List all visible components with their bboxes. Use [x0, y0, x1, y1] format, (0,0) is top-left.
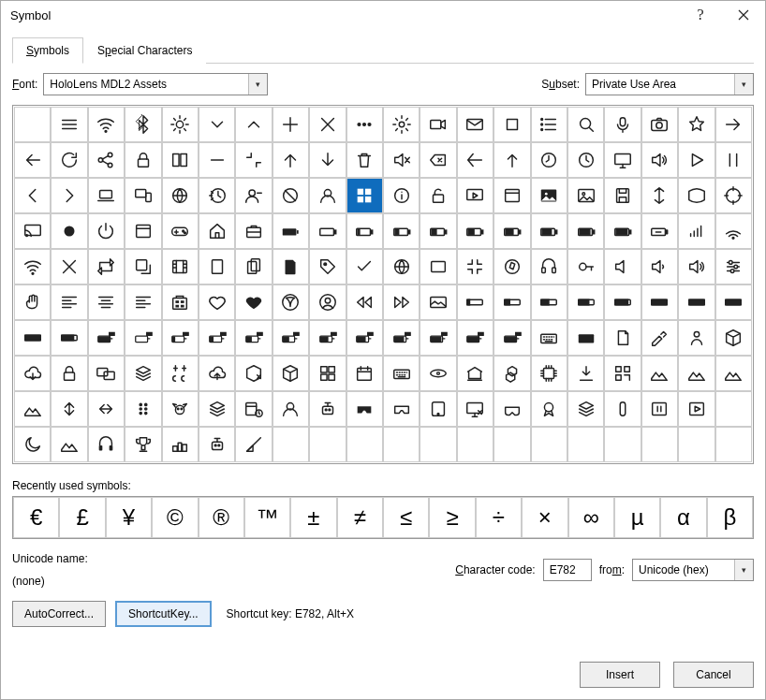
symbol-cell[interactable]: [125, 107, 161, 142]
symbol-cell[interactable]: [493, 427, 530, 462]
symbol-cell[interactable]: [125, 213, 161, 249]
symbol-cell[interactable]: [567, 284, 604, 320]
recent-symbol-cell[interactable]: ≤: [383, 497, 429, 538]
symbol-cell[interactable]: [383, 284, 420, 320]
symbol-cell[interactable]: [641, 427, 678, 462]
symbol-cell[interactable]: [199, 107, 235, 142]
symbol-cell[interactable]: [125, 142, 161, 178]
symbol-cell[interactable]: [457, 391, 493, 427]
symbol-cell[interactable]: [346, 178, 383, 213]
symbol-cell[interactable]: [235, 142, 272, 178]
symbol-cell[interactable]: [457, 249, 493, 284]
symbol-cell[interactable]: [88, 107, 125, 142]
symbol-cell[interactable]: [51, 356, 87, 391]
recent-symbol-cell[interactable]: ®: [199, 497, 244, 538]
symbol-cell[interactable]: [567, 249, 604, 284]
symbol-cell[interactable]: [383, 391, 420, 427]
recent-symbol-cell[interactable]: ™: [244, 497, 290, 538]
symbol-cell[interactable]: [14, 320, 51, 356]
symbol-cell[interactable]: [678, 427, 714, 462]
symbol-cell[interactable]: [346, 356, 383, 391]
symbol-cell[interactable]: [346, 142, 383, 178]
from-combo[interactable]: ▾: [632, 559, 754, 581]
symbol-cell[interactable]: [88, 427, 125, 462]
symbol-cell[interactable]: [51, 142, 87, 178]
cancel-button[interactable]: Cancel: [673, 662, 754, 688]
symbol-cell[interactable]: [14, 249, 51, 284]
symbol-cell[interactable]: [383, 427, 420, 462]
symbol-cell[interactable]: [51, 178, 87, 213]
symbol-cell[interactable]: [531, 107, 567, 142]
symbol-cell[interactable]: [235, 356, 272, 391]
symbol-cell[interactable]: [531, 356, 567, 391]
symbol-cell[interactable]: [604, 107, 641, 142]
chevron-down-icon[interactable]: ▾: [734, 74, 753, 95]
recent-symbol-cell[interactable]: ×: [522, 497, 567, 538]
symbol-cell[interactable]: [567, 320, 604, 356]
symbol-cell[interactable]: [420, 107, 456, 142]
symbol-cell[interactable]: [493, 249, 530, 284]
symbol-cell[interactable]: [715, 249, 752, 284]
symbol-cell[interactable]: [641, 356, 678, 391]
symbol-cell[interactable]: [641, 391, 678, 427]
symbol-cell[interactable]: [678, 356, 714, 391]
character-code-input[interactable]: [543, 559, 592, 581]
symbol-cell[interactable]: [531, 213, 567, 249]
symbol-cell[interactable]: [162, 249, 199, 284]
symbol-cell[interactable]: [88, 178, 125, 213]
symbol-cell[interactable]: [604, 284, 641, 320]
symbol-cell[interactable]: [678, 249, 714, 284]
symbol-cell[interactable]: [493, 107, 530, 142]
symbol-cell[interactable]: [715, 178, 752, 213]
recent-symbol-cell[interactable]: ±: [290, 497, 336, 538]
recent-symbol-cell[interactable]: ©: [152, 497, 198, 538]
symbol-cell[interactable]: [346, 320, 383, 356]
close-icon[interactable]: [722, 1, 765, 29]
symbol-cell[interactable]: [493, 213, 530, 249]
symbol-cell[interactable]: [531, 391, 567, 427]
symbol-cell[interactable]: [273, 178, 309, 213]
insert-button[interactable]: Insert: [580, 662, 660, 688]
symbol-cell[interactable]: [346, 427, 383, 462]
symbol-cell[interactable]: [715, 107, 752, 142]
symbol-cell[interactable]: [641, 213, 678, 249]
symbol-cell[interactable]: [51, 284, 87, 320]
symbol-cell[interactable]: [493, 178, 530, 213]
symbol-cell[interactable]: [88, 249, 125, 284]
symbol-cell[interactable]: [531, 284, 567, 320]
symbol-cell[interactable]: [420, 213, 456, 249]
symbol-cell[interactable]: [715, 427, 752, 462]
symbol-cell[interactable]: [493, 356, 530, 391]
shortcut-key-button[interactable]: Shortcut Key...: [115, 601, 212, 627]
symbol-cell[interactable]: [715, 320, 752, 356]
symbol-cell[interactable]: [678, 391, 714, 427]
symbol-cell[interactable]: [162, 320, 199, 356]
symbol-cell[interactable]: [309, 178, 346, 213]
symbol-cell[interactable]: [125, 320, 161, 356]
symbol-cell[interactable]: [14, 284, 51, 320]
symbol-cell[interactable]: [235, 284, 272, 320]
recent-symbol-cell[interactable]: µ: [614, 497, 660, 538]
symbol-cell[interactable]: [678, 142, 714, 178]
symbol-cell[interactable]: [420, 249, 456, 284]
symbol-cell[interactable]: [715, 142, 752, 178]
help-icon[interactable]: ?: [679, 1, 722, 29]
symbol-cell[interactable]: [420, 391, 456, 427]
symbol-cell[interactable]: [531, 142, 567, 178]
symbol-cell[interactable]: [273, 320, 309, 356]
autocorrect-button[interactable]: AutoCorrect...: [12, 601, 106, 627]
symbol-cell[interactable]: [309, 249, 346, 284]
symbol-cell[interactable]: [51, 249, 87, 284]
symbol-cell[interactable]: [14, 142, 51, 178]
symbol-cell[interactable]: [678, 178, 714, 213]
symbol-cell[interactable]: [162, 213, 199, 249]
chevron-down-icon[interactable]: ▾: [734, 560, 753, 580]
tab-symbols[interactable]: Symbols: [12, 37, 83, 64]
symbol-cell[interactable]: [273, 284, 309, 320]
symbol-cell[interactable]: [567, 213, 604, 249]
symbol-cell[interactable]: [273, 427, 309, 462]
symbol-cell[interactable]: [604, 249, 641, 284]
symbol-cell[interactable]: [199, 213, 235, 249]
recent-symbol-cell[interactable]: €: [13, 497, 59, 538]
symbol-cell[interactable]: [567, 427, 604, 462]
